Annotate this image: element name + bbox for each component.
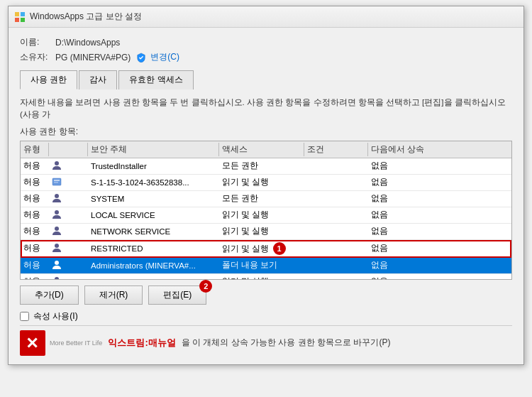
row-access: 읽기 및 실행 — [219, 275, 304, 280]
row-principal: SYSTEM — [88, 193, 219, 205]
row-icon — [49, 208, 88, 222]
svg-rect-2 — [15, 18, 19, 22]
footer-logo: ✕ More Better IT Life — [20, 330, 102, 356]
row-principal: RESTRICTED — [88, 243, 219, 254]
tab-permissions[interactable]: 사용 권한 — [20, 70, 77, 89]
row-type: 허용 — [21, 224, 49, 238]
row-icon — [49, 175, 88, 190]
table-header: 유형 보안 주체 액세스 조건 다음에서 상속 — [21, 141, 511, 158]
description-text: 자세한 내용을 보려면 사용 권한 항목을 두 번 클릭하십시오. 사용 권한 … — [20, 97, 512, 121]
row-access: 폴더 내용 보기 — [219, 259, 304, 272]
row-inherit: 없음 — [368, 159, 511, 173]
inherit-label: 속성 사용(I) — [33, 310, 78, 322]
name-row: 이름: D:\WindowsApps — [20, 36, 512, 48]
row-inherit: 없음 — [368, 224, 511, 238]
svg-rect-6 — [54, 180, 60, 181]
svg-rect-3 — [21, 18, 25, 22]
row-access: 모든 권한 — [219, 192, 304, 205]
table-row[interactable]: 허용 NETWORK SERVICE 읽기 및 실행 없음 — [21, 224, 511, 240]
row-condition — [304, 181, 368, 184]
logo-sub: More Better IT Life — [50, 339, 102, 347]
owner-value: PG (MINERVA#PG) — [55, 53, 131, 62]
svg-point-13 — [55, 277, 59, 280]
svg-point-4 — [55, 161, 59, 165]
edit-button[interactable]: 편집(E) — [148, 285, 206, 305]
svg-point-8 — [55, 194, 59, 198]
row-icon — [49, 241, 88, 256]
window-icon — [14, 11, 26, 23]
tab-audit[interactable]: 감사 — [79, 70, 117, 89]
row-principal: S-1-15-3-1024-36352838... — [88, 177, 219, 188]
row-type: 허용 — [21, 259, 49, 272]
row-inherit: 없음 — [368, 241, 511, 255]
table-row[interactable]: 허용 S-1-15-3-1024-36352838... 읽기 및 실행 없음 — [21, 175, 511, 191]
row-icon — [49, 224, 88, 239]
row-icon — [49, 259, 88, 273]
shield-icon — [136, 53, 146, 62]
row-type: 허용 — [21, 241, 49, 255]
table-row[interactable]: 허용 TrustedInstaller 모든 권한 없음 — [21, 158, 511, 175]
owner-row: 소유자: PG (MINERVA#PG) 변경(C) — [20, 51, 512, 63]
col-inherit: 다음에서 상속 — [368, 143, 511, 156]
remove-button[interactable]: 제거(R) — [84, 285, 143, 305]
row-condition — [304, 165, 368, 168]
user-icon — [52, 276, 62, 280]
col-blank — [49, 143, 88, 156]
row-icon — [49, 275, 88, 280]
table-row[interactable]: 허용 Users (MINERVA#Users) 읽기 및 실행 (Exists… — [21, 274, 511, 280]
row-type: 허용 — [21, 159, 49, 173]
user-icon — [52, 226, 62, 236]
user-icon — [52, 210, 62, 219]
name-value: D:\WindowsApps — [55, 38, 120, 48]
user-icon — [52, 161, 62, 170]
row-inherit: 없음 — [368, 259, 511, 272]
footer: ✕ More Better IT Life 익스트림:매뉴얼 을 이 개체의 상… — [20, 325, 512, 356]
row-inherit: 없음 — [368, 175, 511, 189]
title-bar: WindowsApps 고급 보안 설정 — [9, 6, 523, 28]
row-type: 허용 — [21, 208, 49, 222]
svg-rect-0 — [15, 12, 19, 16]
svg-point-10 — [55, 227, 59, 231]
footer-description: 을 이 개체의 상속 가능한 사용 권한 항목으로 바꾸기(P) — [182, 337, 391, 349]
change-link[interactable]: 변경(C) — [150, 51, 179, 63]
tab-bar: 사용 권한 감사 유효한 액세스 — [20, 70, 512, 89]
row-condition: (Exists WIN://SYSAPPID) — [304, 276, 368, 280]
table-row[interactable]: 허용 RESTRICTED 읽기 및 실행 1 없음 — [21, 240, 511, 258]
add-button[interactable]: 추가(D) — [20, 285, 79, 305]
svg-rect-1 — [21, 12, 25, 16]
row-condition — [304, 264, 368, 267]
col-type: 유형 — [21, 143, 49, 156]
col-condition: 조건 — [304, 143, 368, 156]
svg-rect-7 — [54, 182, 58, 183]
row-access: 읽기 및 실행 1 — [219, 241, 304, 256]
badge-2: 2 — [199, 280, 212, 293]
badge-1: 1 — [273, 242, 286, 255]
window-title: WindowsApps 고급 보안 설정 — [30, 11, 142, 23]
row-condition — [304, 197, 368, 200]
row-type: 허용 — [21, 275, 49, 280]
row-icon — [49, 192, 88, 206]
col-access: 액세스 — [219, 143, 304, 156]
row-principal: TrustedInstaller — [88, 161, 219, 172]
row-inherit: 없음 — [368, 192, 511, 205]
row-access: 읽기 및 실행 — [219, 175, 304, 189]
table-row[interactable]: 허용 Administrators (MINERVA#... 폴더 내용 보기 … — [21, 258, 511, 274]
footer-link[interactable]: 익스트림:매뉴얼 — [108, 337, 175, 349]
table-row[interactable]: 허용 SYSTEM 모든 권한 없음 — [21, 191, 511, 207]
svg-point-9 — [55, 210, 59, 214]
row-principal: NETWORK SERVICE — [88, 226, 219, 237]
row-access: 읽기 및 실행 — [219, 208, 304, 222]
row-condition — [304, 247, 368, 250]
section-label: 사용 권한 항목: — [20, 126, 512, 138]
acl-table[interactable]: 유형 보안 주체 액세스 조건 다음에서 상속 허용 TrustedInstal… — [20, 141, 512, 280]
name-label: 이름: — [20, 36, 55, 48]
inherit-checkbox[interactable] — [20, 312, 29, 321]
row-condition — [304, 230, 368, 233]
svg-point-11 — [55, 244, 59, 248]
inherit-row: 속성 사용(I) — [20, 310, 512, 322]
row-principal: Administrators (MINERVA#... — [88, 260, 219, 271]
tab-effective-access[interactable]: 유효한 액세스 — [118, 70, 193, 89]
col-principal: 보안 주체 — [88, 143, 219, 156]
table-row[interactable]: 허용 LOCAL SERVICE 읽기 및 실행 없음 — [21, 207, 511, 224]
owner-label: 소유자: — [20, 51, 55, 63]
